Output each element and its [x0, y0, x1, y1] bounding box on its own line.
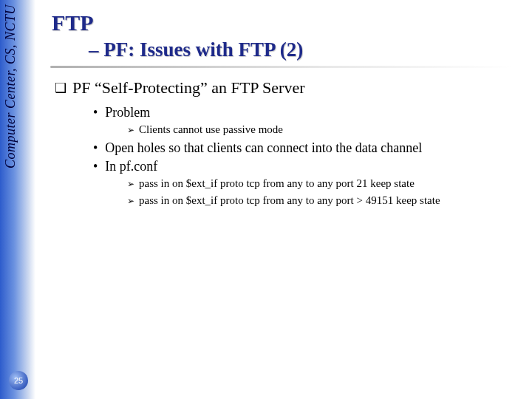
- sub-bullet-passive-mode: Clients cannot use passive mode: [127, 123, 517, 136]
- bullet-problem: Problem: [93, 105, 517, 120]
- section-heading: PF “Self-Protecting” an FTP Server: [55, 78, 517, 98]
- page-number-badge: 25: [9, 371, 28, 390]
- sidebar-org-text: Computer Center, CS, NCTU: [3, 4, 18, 168]
- sub-bullet-rule-port21: pass in on $ext_if proto tcp from any to…: [127, 177, 517, 190]
- slide-title-sub: – PF: Issues with FTP (2): [89, 38, 517, 61]
- title-divider: [50, 66, 511, 68]
- slide: Computer Center, CS, NCTU 25 FTP – PF: I…: [0, 0, 532, 399]
- bullet-open-holes: Open holes so that clients can connect i…: [93, 140, 517, 156]
- sub-bullet-rule-highports: pass in on $ext_if proto tcp from any to…: [127, 194, 517, 207]
- content-area: FTP – PF: Issues with FTP (2) PF “Self-P…: [52, 10, 517, 211]
- slide-title-main: FTP: [52, 10, 517, 35]
- bullet-in-pfconf: In pf.conf: [93, 159, 517, 174]
- sidebar-gradient: Computer Center, CS, NCTU: [0, 0, 35, 399]
